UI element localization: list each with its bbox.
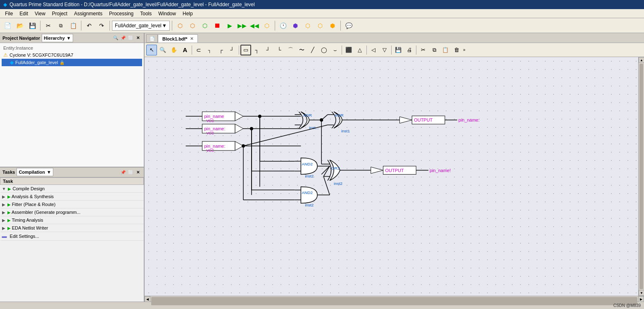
wire-tool-button[interactable]: ┐ <box>204 45 215 55</box>
delete-sch-button[interactable]: 🗑 <box>451 45 462 55</box>
paste-button[interactable]: 📋 <box>67 20 79 31</box>
netlist-button[interactable]: ⬢ <box>290 20 301 31</box>
corner-button[interactable]: ┐ <box>252 45 262 55</box>
menu-file[interactable]: File <box>2 10 16 17</box>
scroll-thumb-v[interactable] <box>639 64 643 289</box>
msg-button[interactable]: 💬 <box>343 20 354 31</box>
synthesis-button[interactable]: ⬡ <box>187 20 198 31</box>
project-dropdown[interactable]: FullAdder_gate_level ▼ <box>112 21 170 31</box>
mirror-x-button[interactable]: △ <box>354 45 365 55</box>
menu-window[interactable]: Window <box>155 10 179 17</box>
flip-v-button[interactable]: ▽ <box>379 45 390 55</box>
restore-tasks-icon[interactable]: ⬜ <box>127 169 134 175</box>
bezier-button[interactable]: 〜 <box>296 45 307 55</box>
menu-project[interactable]: Project <box>49 10 71 17</box>
close-nav-icon[interactable]: ✕ <box>135 35 141 41</box>
tree-item-fulladder[interactable]: ◆ FullAdder_gate_level 🔒 <box>2 59 142 66</box>
menu-view[interactable]: View <box>31 10 49 17</box>
undo-button[interactable]: ↶ <box>83 20 95 31</box>
svg-line-45 <box>243 125 328 146</box>
tab-close-icon[interactable]: ✕ <box>190 36 193 41</box>
task-row-compile[interactable]: ▼ ▶ Compile Design <box>0 184 144 192</box>
task-row-timing[interactable]: ▶ ▶ Timing Analysis <box>0 216 144 224</box>
file-icon-tab[interactable]: 📄 <box>146 34 158 43</box>
menu-edit[interactable]: Edit <box>16 10 31 17</box>
expand-icon-eda[interactable]: ▶ <box>2 226 5 230</box>
pan-button[interactable]: ✋ <box>169 45 179 55</box>
ellipse-button[interactable]: ◯ <box>318 45 329 55</box>
tasks-scroll[interactable]: Task ▼ ▶ Compile Design <box>0 177 144 302</box>
main-layout: Project Navigator Hierarchy ▼ 🔍 📌 ⬜ ✕ En… <box>0 33 644 302</box>
vertical-scrollbar[interactable]: ▲ ▼ <box>638 57 644 296</box>
start-button[interactable]: ▶▶ <box>236 20 248 31</box>
rtl-button[interactable]: ⬡ <box>314 20 326 31</box>
arc-button[interactable]: ⌒ <box>285 45 296 55</box>
save-button[interactable]: 💾 <box>26 20 38 31</box>
expand-icon-analysis[interactable]: ▶ <box>2 194 5 199</box>
expand-icon-assembler[interactable]: ▶ <box>2 210 5 215</box>
bus-entry-button[interactable]: ┘ <box>227 45 238 55</box>
horizontal-scrollbar[interactable]: ◀ ▶ <box>145 296 644 302</box>
arc2-button[interactable]: ⌣ <box>330 45 340 55</box>
pin-button[interactable]: ⬡ <box>302 20 314 31</box>
compilation-dropdown[interactable]: Compilation ▼ <box>17 168 53 176</box>
fit-button[interactable]: ⬡ <box>199 20 211 31</box>
task-row-assembler[interactable]: ▶ ▶ Assembler (Generate programm... <box>0 208 144 216</box>
menu-help[interactable]: Help <box>179 10 196 17</box>
scroll-down-button[interactable]: ▼ <box>639 290 644 296</box>
compile-button[interactable]: ▶ <box>224 20 235 31</box>
paste-sch-button[interactable]: 📋 <box>440 45 451 55</box>
menu-processing[interactable]: Processing <box>106 10 137 17</box>
select-tool-button[interactable]: ↖ <box>146 45 157 55</box>
print-sch-button[interactable]: 🖨 <box>404 45 415 55</box>
chip-button[interactable]: ⬢ <box>327 20 338 31</box>
zoom-in-button[interactable]: 🔍 <box>157 45 168 55</box>
symbol-button[interactable]: ⊂ <box>193 45 204 55</box>
expand-icon-fitter[interactable]: ▶ <box>2 202 5 207</box>
corner3-button[interactable]: └ <box>274 45 285 55</box>
scroll-thumb-h[interactable] <box>151 297 637 305</box>
tab-block1[interactable]: Block1.bdf* ✕ <box>158 34 198 43</box>
scroll-up-button[interactable]: ▲ <box>639 57 644 63</box>
bus-tool-button[interactable]: ┌ <box>216 45 226 55</box>
copy-sch-button[interactable]: ⧉ <box>429 45 440 55</box>
analysis-button[interactable]: ⬡ <box>174 20 186 31</box>
expand-icon-timing[interactable]: ▶ <box>2 218 5 223</box>
line-button[interactable]: ╱ <box>307 45 318 55</box>
save-sch-button[interactable]: 💾 <box>393 45 404 55</box>
rubber-stamp-button[interactable]: ⬛ <box>343 45 354 55</box>
task-row-edit[interactable]: ▬ Edit Settings... <box>0 232 144 240</box>
corner2-button[interactable]: ┘ <box>263 45 273 55</box>
new-button[interactable]: 📄 <box>2 20 13 31</box>
task-row-fitter[interactable]: ▶ ▶ Fitter (Place & Route) <box>0 200 144 208</box>
task-row-analysis[interactable]: ▶ ▶ Analysis & Synthesis <box>0 192 144 200</box>
tree-item-cyclone[interactable]: ⚠ Cyclone V: 5CGXFC7C6U19A7 <box>2 51 142 59</box>
time-button[interactable]: 🕐 <box>277 20 289 31</box>
task-row-eda[interactable]: ▶ ▶ EDA Netlist Writer <box>0 224 144 232</box>
copy-button[interactable]: ⧉ <box>55 20 67 31</box>
cut-sch-button[interactable]: ✂ <box>418 45 428 55</box>
expand-icon-compile[interactable]: ▼ <box>2 187 6 191</box>
cut-button[interactable]: ✂ <box>43 20 54 31</box>
stop-button[interactable]: ⏹ <box>211 20 223 31</box>
restore-icon[interactable]: ⬜ <box>127 35 134 41</box>
hierarchy-dropdown[interactable]: Hierarchy ▼ <box>42 34 73 42</box>
text-button[interactable]: A <box>180 45 190 55</box>
rect-button[interactable]: ▭ <box>240 45 251 55</box>
search-icon[interactable]: 🔍 <box>112 35 119 41</box>
and-label-2: AND2 <box>302 190 313 195</box>
menu-tools[interactable]: Tools <box>137 10 155 17</box>
pin-tasks-icon[interactable]: 📌 <box>120 169 126 175</box>
scroll-right-button[interactable]: ▶ <box>638 296 644 302</box>
prog-button[interactable]: ⬡ <box>261 20 273 31</box>
redo-button[interactable]: ↷ <box>96 20 107 31</box>
flip-h-button[interactable]: ◁ <box>368 45 379 55</box>
open-button[interactable]: 📂 <box>14 20 26 31</box>
scroll-left-button[interactable]: ◀ <box>145 296 150 302</box>
menu-assignments[interactable]: Assignments <box>71 10 106 17</box>
more-tools-icon[interactable]: » <box>463 48 466 52</box>
schematic-canvas[interactable]: pin_name VCC pin_name: VCC pin_name: VCC <box>145 57 638 296</box>
back-button[interactable]: ◀◀ <box>249 20 260 31</box>
close-tasks-icon[interactable]: ✕ <box>135 169 141 175</box>
pin-nav-icon[interactable]: 📌 <box>120 35 126 41</box>
